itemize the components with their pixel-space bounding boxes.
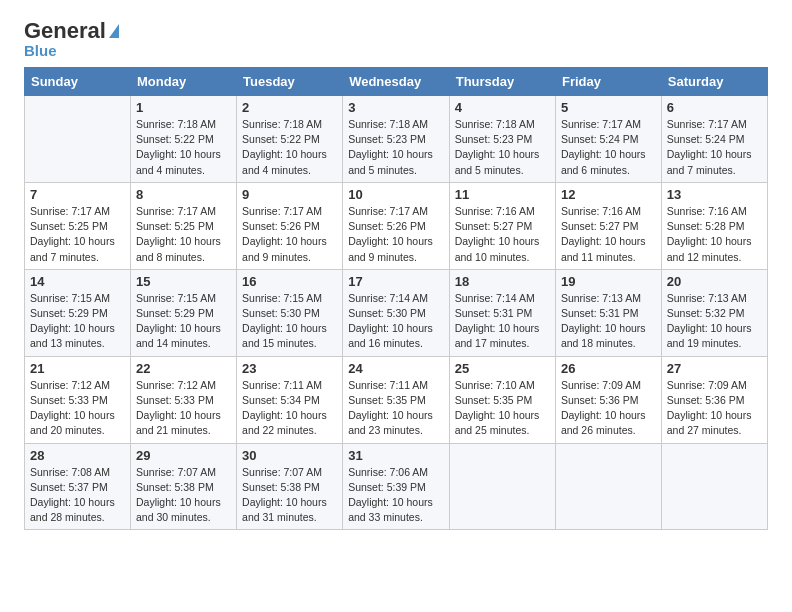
day-info: Sunrise: 7:15 AM Sunset: 5:29 PM Dayligh…	[30, 291, 125, 352]
day-info: Sunrise: 7:12 AM Sunset: 5:33 PM Dayligh…	[136, 378, 231, 439]
day-info: Sunrise: 7:12 AM Sunset: 5:33 PM Dayligh…	[30, 378, 125, 439]
logo-triangle-icon	[109, 24, 119, 38]
calendar-cell: 27Sunrise: 7:09 AM Sunset: 5:36 PM Dayli…	[661, 356, 767, 443]
column-header-friday: Friday	[555, 68, 661, 96]
calendar-cell: 11Sunrise: 7:16 AM Sunset: 5:27 PM Dayli…	[449, 182, 555, 269]
day-number: 28	[30, 448, 125, 463]
day-number: 1	[136, 100, 231, 115]
calendar-cell	[449, 443, 555, 530]
calendar-cell	[555, 443, 661, 530]
calendar-cell: 8Sunrise: 7:17 AM Sunset: 5:25 PM Daylig…	[131, 182, 237, 269]
column-header-tuesday: Tuesday	[237, 68, 343, 96]
calendar-cell: 10Sunrise: 7:17 AM Sunset: 5:26 PM Dayli…	[343, 182, 450, 269]
day-info: Sunrise: 7:15 AM Sunset: 5:29 PM Dayligh…	[136, 291, 231, 352]
calendar-cell	[25, 96, 131, 183]
day-number: 26	[561, 361, 656, 376]
calendar-cell: 6Sunrise: 7:17 AM Sunset: 5:24 PM Daylig…	[661, 96, 767, 183]
calendar-cell: 20Sunrise: 7:13 AM Sunset: 5:32 PM Dayli…	[661, 269, 767, 356]
day-number: 25	[455, 361, 550, 376]
day-info: Sunrise: 7:07 AM Sunset: 5:38 PM Dayligh…	[136, 465, 231, 526]
day-info: Sunrise: 7:09 AM Sunset: 5:36 PM Dayligh…	[561, 378, 656, 439]
day-info: Sunrise: 7:11 AM Sunset: 5:34 PM Dayligh…	[242, 378, 337, 439]
day-number: 22	[136, 361, 231, 376]
day-info: Sunrise: 7:11 AM Sunset: 5:35 PM Dayligh…	[348, 378, 444, 439]
day-info: Sunrise: 7:17 AM Sunset: 5:26 PM Dayligh…	[348, 204, 444, 265]
day-number: 17	[348, 274, 444, 289]
day-info: Sunrise: 7:14 AM Sunset: 5:31 PM Dayligh…	[455, 291, 550, 352]
calendar-cell: 22Sunrise: 7:12 AM Sunset: 5:33 PM Dayli…	[131, 356, 237, 443]
day-number: 7	[30, 187, 125, 202]
column-header-monday: Monday	[131, 68, 237, 96]
day-info: Sunrise: 7:16 AM Sunset: 5:28 PM Dayligh…	[667, 204, 762, 265]
day-info: Sunrise: 7:17 AM Sunset: 5:25 PM Dayligh…	[136, 204, 231, 265]
logo-general: General	[24, 20, 106, 42]
calendar-cell: 15Sunrise: 7:15 AM Sunset: 5:29 PM Dayli…	[131, 269, 237, 356]
column-header-thursday: Thursday	[449, 68, 555, 96]
day-info: Sunrise: 7:09 AM Sunset: 5:36 PM Dayligh…	[667, 378, 762, 439]
calendar-week-row: 21Sunrise: 7:12 AM Sunset: 5:33 PM Dayli…	[25, 356, 768, 443]
calendar-cell: 29Sunrise: 7:07 AM Sunset: 5:38 PM Dayli…	[131, 443, 237, 530]
day-info: Sunrise: 7:15 AM Sunset: 5:30 PM Dayligh…	[242, 291, 337, 352]
calendar-week-row: 1Sunrise: 7:18 AM Sunset: 5:22 PM Daylig…	[25, 96, 768, 183]
day-number: 5	[561, 100, 656, 115]
calendar-cell: 24Sunrise: 7:11 AM Sunset: 5:35 PM Dayli…	[343, 356, 450, 443]
day-number: 18	[455, 274, 550, 289]
calendar-cell: 17Sunrise: 7:14 AM Sunset: 5:30 PM Dayli…	[343, 269, 450, 356]
day-info: Sunrise: 7:17 AM Sunset: 5:25 PM Dayligh…	[30, 204, 125, 265]
calendar-cell: 13Sunrise: 7:16 AM Sunset: 5:28 PM Dayli…	[661, 182, 767, 269]
calendar-cell: 28Sunrise: 7:08 AM Sunset: 5:37 PM Dayli…	[25, 443, 131, 530]
calendar-cell: 19Sunrise: 7:13 AM Sunset: 5:31 PM Dayli…	[555, 269, 661, 356]
day-number: 23	[242, 361, 337, 376]
day-number: 27	[667, 361, 762, 376]
day-number: 16	[242, 274, 337, 289]
calendar-cell: 1Sunrise: 7:18 AM Sunset: 5:22 PM Daylig…	[131, 96, 237, 183]
calendar-header-row: SundayMondayTuesdayWednesdayThursdayFrid…	[25, 68, 768, 96]
day-number: 3	[348, 100, 444, 115]
day-number: 2	[242, 100, 337, 115]
day-info: Sunrise: 7:18 AM Sunset: 5:22 PM Dayligh…	[136, 117, 231, 178]
day-number: 11	[455, 187, 550, 202]
calendar-table: SundayMondayTuesdayWednesdayThursdayFrid…	[24, 67, 768, 530]
day-info: Sunrise: 7:17 AM Sunset: 5:26 PM Dayligh…	[242, 204, 337, 265]
day-number: 30	[242, 448, 337, 463]
logo-blue-label: Blue	[24, 42, 57, 59]
page-header: General Blue	[24, 20, 768, 59]
day-number: 4	[455, 100, 550, 115]
day-number: 29	[136, 448, 231, 463]
calendar-week-row: 14Sunrise: 7:15 AM Sunset: 5:29 PM Dayli…	[25, 269, 768, 356]
day-info: Sunrise: 7:17 AM Sunset: 5:24 PM Dayligh…	[561, 117, 656, 178]
calendar-cell: 5Sunrise: 7:17 AM Sunset: 5:24 PM Daylig…	[555, 96, 661, 183]
calendar-cell: 12Sunrise: 7:16 AM Sunset: 5:27 PM Dayli…	[555, 182, 661, 269]
column-header-wednesday: Wednesday	[343, 68, 450, 96]
day-number: 10	[348, 187, 444, 202]
day-info: Sunrise: 7:07 AM Sunset: 5:38 PM Dayligh…	[242, 465, 337, 526]
day-number: 31	[348, 448, 444, 463]
calendar-cell: 2Sunrise: 7:18 AM Sunset: 5:22 PM Daylig…	[237, 96, 343, 183]
day-info: Sunrise: 7:08 AM Sunset: 5:37 PM Dayligh…	[30, 465, 125, 526]
calendar-cell: 16Sunrise: 7:15 AM Sunset: 5:30 PM Dayli…	[237, 269, 343, 356]
calendar-cell: 23Sunrise: 7:11 AM Sunset: 5:34 PM Dayli…	[237, 356, 343, 443]
day-number: 21	[30, 361, 125, 376]
day-number: 20	[667, 274, 762, 289]
calendar-cell: 18Sunrise: 7:14 AM Sunset: 5:31 PM Dayli…	[449, 269, 555, 356]
calendar-cell: 14Sunrise: 7:15 AM Sunset: 5:29 PM Dayli…	[25, 269, 131, 356]
calendar-cell: 25Sunrise: 7:10 AM Sunset: 5:35 PM Dayli…	[449, 356, 555, 443]
day-number: 8	[136, 187, 231, 202]
day-info: Sunrise: 7:13 AM Sunset: 5:32 PM Dayligh…	[667, 291, 762, 352]
column-header-sunday: Sunday	[25, 68, 131, 96]
day-number: 15	[136, 274, 231, 289]
day-info: Sunrise: 7:13 AM Sunset: 5:31 PM Dayligh…	[561, 291, 656, 352]
day-info: Sunrise: 7:18 AM Sunset: 5:22 PM Dayligh…	[242, 117, 337, 178]
day-info: Sunrise: 7:17 AM Sunset: 5:24 PM Dayligh…	[667, 117, 762, 178]
calendar-cell: 26Sunrise: 7:09 AM Sunset: 5:36 PM Dayli…	[555, 356, 661, 443]
calendar-week-row: 7Sunrise: 7:17 AM Sunset: 5:25 PM Daylig…	[25, 182, 768, 269]
calendar-week-row: 28Sunrise: 7:08 AM Sunset: 5:37 PM Dayli…	[25, 443, 768, 530]
day-number: 6	[667, 100, 762, 115]
day-info: Sunrise: 7:18 AM Sunset: 5:23 PM Dayligh…	[348, 117, 444, 178]
calendar-cell: 3Sunrise: 7:18 AM Sunset: 5:23 PM Daylig…	[343, 96, 450, 183]
day-number: 24	[348, 361, 444, 376]
day-info: Sunrise: 7:16 AM Sunset: 5:27 PM Dayligh…	[561, 204, 656, 265]
calendar-cell: 30Sunrise: 7:07 AM Sunset: 5:38 PM Dayli…	[237, 443, 343, 530]
day-info: Sunrise: 7:14 AM Sunset: 5:30 PM Dayligh…	[348, 291, 444, 352]
day-number: 9	[242, 187, 337, 202]
